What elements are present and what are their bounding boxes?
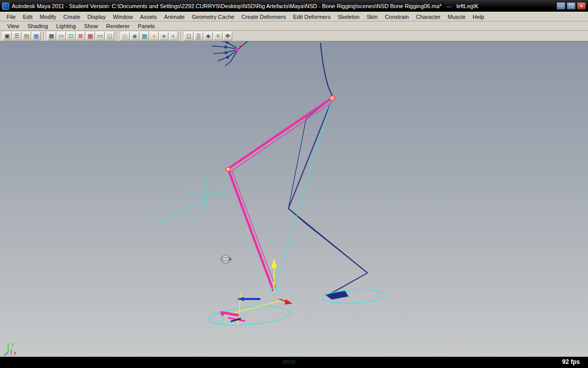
gate-mask-icon[interactable]: ⊠ — [76, 32, 85, 40]
menu-item-edit[interactable]: Edit — [19, 13, 36, 20]
panel-toolbar: ▣☰▤▦▦▭⊡⊠▩▭◻◇◆▩●●◐◻▒◈⌗✥ — [0, 31, 588, 41]
menu-item-help[interactable]: Help — [469, 13, 488, 20]
bookmark-icon[interactable]: ▤ — [22, 32, 31, 40]
maximize-button[interactable]: ❐ — [567, 2, 576, 10]
tumble-cursor-icon — [222, 255, 232, 263]
resolution-gate-icon[interactable]: ⊡ — [66, 32, 76, 40]
image-plane-icon[interactable]: ▦ — [32, 32, 41, 40]
bottom-bar: persp 92 fps — [0, 357, 588, 368]
maya-window: Autodesk Maya 2011 - Student Version: C:… — [0, 0, 588, 368]
viewport[interactable]: Y x — [0, 41, 588, 357]
hand-skeleton[interactable] — [212, 41, 255, 66]
menu-bar: FileEditModifyCreateDisplayWindowAssetsA… — [0, 12, 588, 21]
leg-bones[interactable] — [288, 98, 368, 295]
toolbar-divider — [117, 32, 118, 40]
panel-menu-show[interactable]: Show — [80, 22, 103, 30]
panel-menu-view[interactable]: View — [3, 22, 23, 30]
manipulators-icon[interactable]: ✥ — [223, 32, 232, 40]
menu-item-create[interactable]: Create — [60, 13, 84, 20]
title-bar: Autodesk Maya 2011 - Student Version: C:… — [0, 0, 588, 12]
maya-logo-icon — [2, 3, 9, 10]
axis-x-label: x — [14, 350, 16, 356]
panel-menu-lighting[interactable]: Lighting — [52, 22, 80, 30]
manip-x-arrow-icon — [285, 299, 292, 305]
panel-menu-panels[interactable]: Panels — [134, 22, 159, 30]
menu-item-assets[interactable]: Assets — [136, 13, 160, 20]
menu-item-display[interactable]: Display — [84, 13, 109, 20]
menu-item-create-deformers[interactable]: Create Deformers — [238, 13, 289, 20]
axis-y-label: Y — [11, 342, 14, 348]
hip-joint[interactable] — [330, 96, 335, 101]
menu-item-skin[interactable]: Skin — [363, 13, 381, 20]
hud-icon[interactable]: ⌗ — [213, 32, 223, 40]
wireframe-icon[interactable]: ◇ — [120, 32, 130, 40]
grid-icon[interactable]: ▦ — [47, 32, 56, 40]
ik-chain-bones[interactable] — [228, 98, 332, 291]
title-mode-label: leftLegIK — [456, 3, 478, 9]
panel-menu-renderer[interactable]: Renderer — [102, 22, 134, 30]
panel-menu-bar: ViewShadingLightingShowRendererPanels — [0, 21, 588, 31]
menu-item-character[interactable]: Character — [412, 13, 444, 20]
locator-crosses[interactable] — [152, 174, 226, 237]
camera-name-label: persp — [283, 359, 296, 364]
spine-bone[interactable] — [321, 43, 333, 97]
minimize-button[interactable]: — — [556, 2, 566, 10]
no-lights-icon[interactable]: ● — [150, 32, 159, 40]
menu-item-window[interactable]: Window — [109, 13, 136, 20]
viewport-scene: Y x — [0, 41, 588, 357]
film-gate-icon[interactable]: ▭ — [57, 32, 66, 40]
menu-item-constrain[interactable]: Constrain — [381, 13, 412, 20]
window-title: Autodesk Maya 2011 - Student Version: C:… — [12, 3, 442, 9]
camera-attributes-icon[interactable]: ☰ — [12, 32, 21, 40]
field-chart-icon[interactable]: ▩ — [86, 32, 95, 40]
manip-y-arrow-icon — [271, 258, 277, 268]
menu-item-muscle[interactable]: Muscle — [444, 13, 469, 20]
shadows-icon[interactable]: ◐ — [169, 32, 178, 40]
panel-menu-shading[interactable]: Shading — [23, 22, 52, 30]
close-button[interactable]: ✕ — [577, 2, 586, 10]
select-camera-icon[interactable]: ▣ — [3, 32, 12, 40]
menu-item-skeleton[interactable]: Skeleton — [334, 13, 363, 20]
menu-item-edit-deformers[interactable]: Edit Deformers — [289, 13, 334, 20]
ik-mid-joint[interactable] — [226, 167, 230, 171]
hand-joint-marker[interactable] — [239, 45, 241, 48]
menu-item-animate[interactable]: Animate — [160, 13, 188, 20]
safe-action-icon[interactable]: ▭ — [95, 32, 105, 40]
textured-icon[interactable]: ▩ — [140, 32, 149, 40]
fps-counter: 92 fps — [562, 358, 580, 365]
menu-item-geometry-cache[interactable]: Geometry Cache — [188, 13, 238, 20]
x-ray-icon[interactable]: ▒ — [194, 32, 203, 40]
toolbar-divider — [43, 32, 44, 40]
menu-item-modify[interactable]: Modify — [36, 13, 60, 20]
wireframe-on-shaded-icon[interactable]: ◈ — [204, 32, 213, 40]
ik-handle-line[interactable] — [275, 99, 332, 290]
axis-indicator: Y x — [4, 342, 16, 356]
toolbar-divider — [181, 32, 182, 40]
safe-title-icon[interactable]: ◻ — [105, 32, 114, 40]
window-buttons: —❐✕ — [556, 2, 586, 10]
all-lights-icon[interactable]: ● — [159, 32, 168, 40]
title-separator: --- — [446, 3, 452, 9]
hand-selected-joint[interactable] — [235, 48, 239, 52]
smooth-shade-icon[interactable]: ◆ — [130, 32, 139, 40]
isolate-select-icon[interactable]: ◻ — [184, 32, 193, 40]
menu-item-file[interactable]: File — [3, 13, 19, 20]
